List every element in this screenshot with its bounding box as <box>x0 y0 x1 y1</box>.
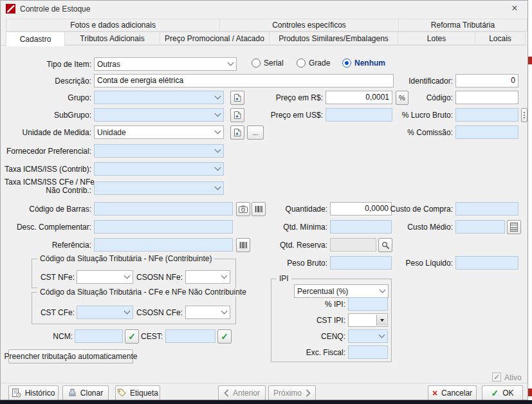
quantidade-label: Quantidade: <box>250 205 327 214</box>
descricao-label: Descrição: <box>5 77 91 86</box>
qtd-minima-input[interactable] <box>330 220 392 234</box>
ncm-input[interactable] <box>75 329 123 343</box>
radio-serial[interactable]: Serial <box>252 59 284 68</box>
ipi-mode-combo[interactable]: Percentual (%) <box>294 284 389 298</box>
chevron-down-icon <box>218 271 230 283</box>
clone-icon <box>68 389 77 397</box>
tab-lotes[interactable]: Lotes <box>398 32 475 45</box>
groupbox-cst-nfe-title: Código da Situação Tributária - NFe (Con… <box>37 254 214 263</box>
preencher-tributacao-button[interactable]: Preencher tributação automaticamente <box>8 349 133 363</box>
clonar-button[interactable]: Clonar <box>62 385 109 400</box>
chevron-down-icon <box>218 306 230 318</box>
ipi-exc-label: Exc. Fiscal: <box>274 348 345 357</box>
csosn-nfe-combo[interactable] <box>185 270 230 284</box>
grupo-combo[interactable] <box>94 91 224 104</box>
peso-liquido-input[interactable] <box>455 256 518 270</box>
ipi-cenq-label: CENQ: <box>274 332 345 341</box>
peso-bruto-input[interactable] <box>330 256 392 270</box>
cest-validate-button[interactable]: ✓ <box>217 329 232 344</box>
qtd-reserva-label: Qtd. Reserva: <box>250 241 327 250</box>
side-more-button[interactable] <box>521 108 527 122</box>
custo-compra-input[interactable] <box>455 202 518 216</box>
cod-barras-label: Código de Barras: <box>5 205 91 214</box>
tab-produtos-similares[interactable]: Produtos Similares/Embalagens <box>269 32 398 45</box>
add-subgrupo-button[interactable] <box>230 108 244 122</box>
fornecedor-combo[interactable] <box>94 144 224 158</box>
cod-barras-input[interactable] <box>94 202 233 216</box>
tab-locais[interactable]: Locais <box>475 32 526 45</box>
lucro-bruto-input[interactable] <box>455 108 518 122</box>
tab-preco-promocional[interactable]: Preço Promocional / Atacado <box>160 32 270 45</box>
calculator-icon <box>510 223 518 232</box>
referencia-input[interactable] <box>94 238 233 252</box>
barcode-button-2[interactable] <box>236 238 250 252</box>
tab-controles-especificos[interactable]: Controles específicos <box>219 19 399 32</box>
unidade-label: Unidade de Medida: <box>5 128 91 137</box>
add-unidade-button[interactable] <box>230 125 244 140</box>
tab-cadastro[interactable]: Cadastro <box>6 32 65 46</box>
tipo-item-label: Tipo de Item: <box>5 60 91 69</box>
radio-grade[interactable]: Grade <box>297 59 330 68</box>
identificador-input[interactable]: 0 <box>455 74 518 87</box>
taxa-cfe-combo[interactable] <box>94 181 224 195</box>
camera-icon <box>239 205 248 213</box>
csosn-cfe-combo[interactable] <box>185 306 230 319</box>
ipi-cst-label: CST IPI: <box>274 316 345 325</box>
ipi-cst-combo[interactable] <box>348 313 388 327</box>
preco-rs-label: Preço em R$: <box>245 93 323 102</box>
historico-button[interactable]: Histórico <box>8 385 59 400</box>
tag-icon <box>117 389 126 397</box>
groupbox-cst-cfe: Código da Situação Tributária - CFe e NF… <box>32 292 236 324</box>
add-grupo-button[interactable] <box>230 91 244 105</box>
grupo-label: Grupo: <box>5 93 91 102</box>
camera-button[interactable] <box>236 202 250 216</box>
ipi-exc-input[interactable] <box>348 345 388 359</box>
ipi-percent-input[interactable] <box>348 297 388 311</box>
close-icon[interactable]: × <box>508 2 521 15</box>
tab-reforma-tributaria[interactable]: Reforma Tributária <box>398 19 527 32</box>
descricao-input[interactable]: Conta de energia elétrica <box>94 74 394 87</box>
etiqueta-button[interactable]: Etiqueta <box>115 385 160 400</box>
tab-row-top: Fotos e dados adicionais Controles espec… <box>6 19 527 32</box>
taxa-icms-combo[interactable] <box>94 162 224 176</box>
chevron-down-icon <box>212 145 223 157</box>
ipi-cenq-combo[interactable] <box>348 329 388 343</box>
identificador-label: Identificador: <box>387 77 453 86</box>
proximo-button[interactable]: Próximo <box>268 385 316 400</box>
radio-icon <box>252 59 261 68</box>
ok-check-icon: ✓ <box>491 389 499 398</box>
comissao-input[interactable] <box>455 125 518 139</box>
ok-button[interactable]: ✓ OK <box>482 385 523 400</box>
unidade-more-button[interactable]: ... <box>247 125 264 140</box>
tab-fotos-dados-adicionais[interactable]: Fotos e dados adicionais <box>6 19 220 32</box>
chevron-down-icon <box>212 126 223 138</box>
barcode-icon <box>239 241 248 249</box>
cst-nfe-label: CST NFe: <box>35 273 75 282</box>
title-bar[interactable]: Controle de Estoque × <box>1 1 527 17</box>
calculator-button[interactable] <box>507 220 521 234</box>
unidade-combo[interactable]: Unidade <box>94 125 224 139</box>
preco-us-input[interactable] <box>326 108 392 122</box>
desc-compl-label: Desc. Complementar: <box>5 223 91 232</box>
cst-cfe-combo[interactable] <box>77 306 133 319</box>
subgrupo-combo[interactable] <box>94 108 224 122</box>
ativo-label: Ativo <box>504 373 522 382</box>
tab-tributos-adicionais[interactable]: Tributos Adicionais <box>64 32 160 45</box>
codigo-input[interactable] <box>455 91 518 104</box>
cancelar-button[interactable]: × Cancelar <box>428 385 477 400</box>
desc-compl-input[interactable] <box>94 220 233 234</box>
search-reserva-button[interactable] <box>378 238 392 252</box>
taxa-cfe-label-line2: Não Contrib.: <box>5 186 91 195</box>
taxa-icms-label: Taxa ICMS/ISS (Contrib): <box>5 165 91 174</box>
cest-input[interactable] <box>165 329 216 343</box>
background-red-mark <box>528 57 532 64</box>
preco-rs-input[interactable]: 0,0001 <box>326 91 392 104</box>
new-document-icon <box>234 128 242 137</box>
radio-nenhum[interactable]: Nenhum <box>342 59 385 68</box>
cst-nfe-combo[interactable] <box>77 270 133 284</box>
anterior-button[interactable]: Anterior <box>218 385 266 400</box>
tipo-item-combo[interactable]: Outras <box>94 57 237 71</box>
custo-compra-label: Custo de Compra: <box>387 205 453 214</box>
quantidade-input[interactable]: 0,0000 <box>330 202 392 216</box>
custo-medio-input[interactable] <box>455 220 505 234</box>
